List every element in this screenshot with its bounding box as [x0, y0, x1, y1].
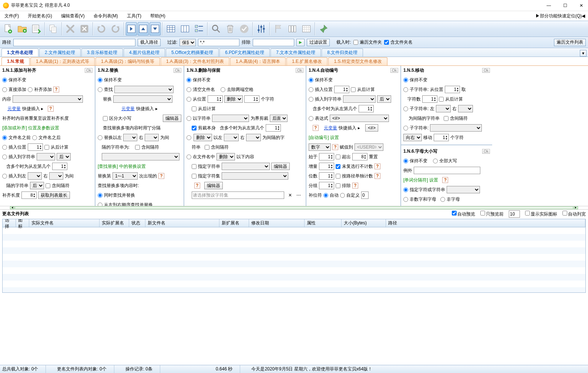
filter-run-icon[interactable]	[296, 39, 305, 46]
tab-attr[interactable]: 2.文件属性处理	[39, 48, 81, 57]
col-size[interactable]: 大小(Bytes)	[342, 219, 386, 227]
subtab-script[interactable]: 1.A.高级(4)：语言脚本	[230, 57, 286, 65]
p2-simul[interactable]: 同时查找并替换	[98, 192, 135, 199]
help-icon[interactable]: ?	[48, 106, 54, 112]
tabs-dropdown-icon[interactable]: ▾	[580, 50, 587, 57]
p5-substr[interactable]: 子字符串:	[403, 125, 429, 131]
col-icon[interactable]: 图标	[16, 219, 29, 227]
new-file-icon[interactable]	[1, 22, 15, 35]
help-icon[interactable]: ?	[53, 87, 59, 92]
ok-button[interactable]: Ok	[482, 68, 490, 73]
scroll-right-icon[interactable]: ►	[574, 206, 578, 209]
maximize-button[interactable]: ☐	[561, 2, 569, 9]
p1-pad[interactable]: 补齐添加	[28, 87, 52, 93]
load-path-button[interactable]: 载入路径	[138, 39, 161, 46]
arrow-up-box-icon[interactable]	[138, 22, 149, 35]
p3-keep[interactable]: 保持不变	[187, 77, 211, 83]
p6-nonalnum[interactable]: 非数字和字母	[403, 196, 436, 203]
close-box-icon[interactable]	[78, 22, 91, 35]
only-first-check[interactable]: 只预览前	[480, 211, 504, 217]
p1-after[interactable]: 文件名之后	[32, 135, 61, 141]
p3-inname[interactable]: 在文件名中	[187, 154, 215, 160]
quick-locate[interactable]: ▶部分功能快速定位(Q)◀	[535, 13, 585, 19]
scroll-left-icon[interactable]: ◄	[10, 206, 14, 209]
auto-preview-check[interactable]: 自动预览	[452, 211, 475, 217]
filter-settings-button[interactable]: 过滤设置	[307, 39, 330, 46]
search-icon[interactable]	[209, 22, 223, 35]
ok-button[interactable]: Ok	[390, 68, 398, 73]
col-select[interactable]: 选择	[3, 219, 16, 227]
p5-fromend[interactable]: 从后计算	[439, 96, 463, 102]
p5-keep[interactable]: 保持不变	[403, 77, 427, 83]
tab-pdf[interactable]: 6.PDF文档属性处理	[219, 48, 270, 57]
p5-inclsep[interactable]: 含间隔符	[444, 115, 468, 122]
filter-keep-select[interactable]: 保留	[179, 39, 196, 46]
help-icon[interactable]: ?	[374, 173, 380, 179]
col-attr[interactable]: 属性	[305, 219, 342, 227]
p3-fromend[interactable]: 从后计算	[192, 106, 216, 112]
p3-specstr[interactable]: 指定字符串	[192, 163, 220, 170]
p4-skipdup[interactable]: 未复选行不计数	[336, 163, 373, 170]
p2-inclsep[interactable]: 含间隔符	[135, 144, 159, 150]
filter-pattern-input[interactable]	[198, 39, 239, 46]
p4-excl[interactable]: 排除	[336, 183, 351, 189]
tab-office[interactable]: 5.Office文档摘要处理	[166, 48, 219, 57]
insert-num-button[interactable]: <#>	[365, 124, 378, 132]
subtab-normal[interactable]: 1.N.常规	[1, 57, 30, 65]
help-icon[interactable]: ?	[442, 177, 448, 183]
flag-icon[interactable]	[272, 22, 285, 35]
ok-button[interactable]: Ok	[296, 68, 303, 73]
p1-pos-spin[interactable]: ▲▼	[28, 143, 43, 151]
p1-after2-select[interactable]: 后	[30, 182, 44, 189]
clear-icon[interactable]: ✕	[288, 193, 292, 198]
p1-inclsep[interactable]: 含间隔符	[46, 183, 70, 189]
p4-exceed[interactable]: 超出	[336, 154, 351, 160]
p1-direct[interactable]: 直接添加	[2, 87, 26, 93]
auto-width-check[interactable]: 自动列宽	[562, 211, 586, 217]
col-name[interactable]: 实际文件名	[29, 219, 100, 227]
p5-sublr[interactable]: 子字符串:	[403, 106, 429, 112]
tab-music[interactable]: 3.音乐标签处理	[81, 48, 123, 57]
subtab-regex[interactable]: 1.A.高级(1)：正则表达式等	[30, 57, 95, 65]
p2-keep[interactable]: 保持不变	[98, 77, 122, 83]
subtab-encode[interactable]: 1.A.高级(2)：编码与转换等	[95, 57, 160, 65]
metavar-link[interactable]: 元变量	[121, 106, 135, 112]
pin-icon[interactable]	[317, 22, 330, 35]
minimize-button[interactable]: —	[545, 2, 552, 9]
help-icon[interactable]: ?	[374, 163, 380, 169]
columns-icon[interactable]	[286, 22, 299, 35]
p2-editor-button[interactable]: 编辑器	[163, 115, 181, 122]
close-button[interactable]: ✕	[578, 2, 585, 9]
ok-button[interactable]: Ok	[174, 68, 181, 73]
p1-padlen-spin[interactable]: ▲▼	[21, 191, 37, 199]
p3-specset[interactable]: 指定字符集	[192, 173, 220, 179]
path-input[interactable]	[13, 39, 135, 46]
p4-perpath[interactable]: 按路径单独计数	[336, 173, 373, 179]
help-icon[interactable]: ?	[352, 183, 358, 189]
p3-frompos[interactable]: 从位置	[187, 96, 206, 102]
p1-after-select[interactable]: 后	[57, 153, 71, 160]
p5-subfrom[interactable]: 子字符串:	[403, 87, 429, 93]
subtab-special[interactable]: 1.S.特定类型文件名修改	[328, 57, 387, 65]
show-icon-check[interactable]: 显示实际图标	[525, 211, 557, 217]
help-icon[interactable]: ?	[313, 125, 319, 131]
col-ext[interactable]: 实际扩展名	[100, 219, 129, 227]
ok-button[interactable]: Ok	[482, 149, 490, 154]
p1-fromend[interactable]: 从后计算	[44, 144, 68, 150]
p6-keep[interactable]: 保持不变	[403, 158, 427, 164]
p1-insstr[interactable]: 插入到字符串	[2, 154, 35, 160]
col-mdate[interactable]: 修改日期	[249, 219, 305, 227]
arrow-right-box-icon[interactable]	[126, 22, 137, 35]
menu-tools[interactable]: 工具(T)	[125, 12, 143, 20]
undo-icon[interactable]	[95, 22, 108, 35]
p1-multi-spin[interactable]: ▲▼	[52, 163, 67, 170]
checklist-icon[interactable]	[192, 22, 206, 35]
col-status[interactable]: 状态	[129, 219, 145, 227]
p1-insbetween[interactable]: 插入到左	[2, 173, 26, 179]
p1-getmax-button[interactable]: 获取列表最长	[38, 191, 70, 199]
p2-replbetween[interactable]: 替换以左	[98, 135, 122, 141]
p4-keep[interactable]: 保持不变	[309, 77, 333, 83]
ok-button[interactable]: Ok	[85, 68, 93, 73]
metavar-link[interactable]: 元变量	[324, 125, 337, 131]
editor-button[interactable]: 编辑器	[204, 182, 223, 189]
